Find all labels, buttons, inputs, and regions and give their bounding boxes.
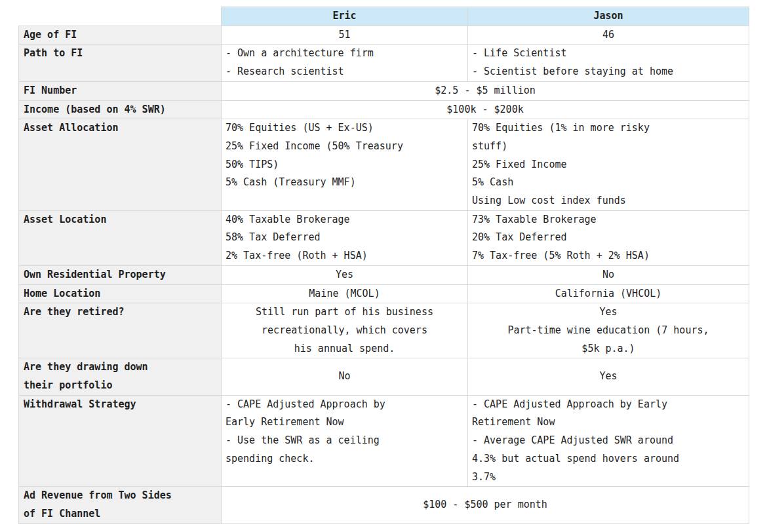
cell-line: Yes [472,368,745,386]
cell-line: spending check. [226,450,463,468]
row-label: Are they drawing downtheir portfolio [19,358,222,395]
cell-line: 4.3% but actual spend hovers around [472,450,745,468]
cell-line: - Own a architecture firm [226,45,463,63]
value-cell: Maine (MCOL) [222,284,468,303]
cell-line: 25% Fixed Income (50% Treasury [226,138,463,156]
cell-line: $100k - $200k [226,101,745,119]
row-label-line: Are they retired? [24,303,217,322]
value-cell: No [222,358,468,395]
cell-line: 3.7% [472,468,745,487]
cell-line: 40% Taxable Brokerage [226,211,463,229]
row-label-line: Asset Location [24,211,217,229]
cell-line: Yes [226,266,463,284]
cell-line: 2% Tax-free (Roth + HSA) [226,247,463,265]
row-label-line: Ad Revenue from Two Sides [24,487,217,505]
row-label: Asset Allocation [19,119,222,211]
cell-line: stuff) [472,138,745,156]
cell-line: $100 - $500 per month [226,496,745,514]
row-label: Income (based on 4% SWR) [19,100,222,119]
table-row: Withdrawal Strategy- CAPE Adjusted Appro… [19,395,749,487]
row-label-line: FI Number [24,82,217,100]
cell-line: 73% Taxable Brokerage [472,211,745,229]
cell-line: Retirement Now [472,413,745,432]
row-label-line: their portfolio [24,377,217,395]
value-cell: - Own a architecture firm- Research scie… [222,45,468,81]
table-body: Age of FI5146Path to FI- Own a architect… [19,26,749,523]
cell-line: 58% Tax Deferred [226,229,463,247]
row-label-line: Home Location [24,285,217,303]
table-row: Path to FI- Own a architecture firm- Res… [19,45,749,81]
row-label: Age of FI [19,26,222,45]
value-cell: 70% Equities (US + Ex-US)25% Fixed Incom… [222,119,468,211]
row-label: FI Number [19,81,222,100]
fi-comparison-table: Eric Jason Age of FI5146Path to FI- Own … [18,7,749,524]
header-cell-eric: Eric [222,7,468,26]
cell-line: Using Low cost index funds [472,192,745,210]
row-label: Ad Revenue from Two Sidesof FI Channel [19,487,222,523]
value-cell: Yes [468,358,749,395]
row-label: Path to FI [19,45,222,81]
cell-line: Part-time wine education (7 hours, [472,322,745,340]
value-cell: 73% Taxable Brokerage20% Tax Deferred7% … [468,210,749,265]
value-cell: YesPart-time wine education (7 hours,$5k… [468,303,749,358]
table-row: Asset Allocation70% Equities (US + Ex-US… [19,119,749,211]
table-row: Home LocationMaine (MCOL)California (VHC… [19,284,749,303]
cell-line: 7% Tax-free (5% Roth + 2% HSA) [472,247,745,265]
header-blank-cell [19,7,222,26]
row-label-line: Asset Allocation [24,119,217,138]
table-row: Ad Revenue from Two Sidesof FI Channel$1… [19,487,749,523]
cell-line: - Use the SWR as a ceiling [226,432,463,450]
cell-line: Maine (MCOL) [226,285,463,303]
row-label: Own Residential Property [19,265,222,284]
row-label-line: Withdrawal Strategy [24,396,217,414]
table-row: Asset Location40% Taxable Brokerage58% T… [19,210,749,265]
row-label: Withdrawal Strategy [19,395,222,487]
cell-line: California (VHCOL) [472,285,745,303]
table-row: Are they drawing downtheir portfolioNoYe… [19,358,749,395]
value-cell: 70% Equities (1% in more riskystuff)25% … [468,119,749,211]
value-cell: Still run part of his businessrecreation… [222,303,468,358]
cell-line: 25% Fixed Income [472,156,745,174]
row-label-line: Age of FI [24,26,217,45]
cell-line: $5k p.a.) [472,340,745,358]
row-label: Home Location [19,284,222,303]
table-row: Own Residential PropertyYesNo [19,265,749,284]
table-row: Age of FI5146 [19,26,749,45]
cell-line: Still run part of his business [226,303,463,322]
cell-line: 20% Tax Deferred [472,229,745,247]
cell-line: Yes [472,303,745,322]
cell-line: - Scientist before staying at home [472,63,745,81]
row-label-line: Income (based on 4% SWR) [24,101,217,119]
cell-line: - Average CAPE Adjusted SWR around [472,432,745,450]
cell-line: 5% Cash [472,174,745,192]
cell-line: - CAPE Adjusted Approach by [226,396,463,414]
cell-line: $2.5 - $5 million [226,82,745,100]
cell-line: - Life Scientist [472,45,745,63]
value-cell: 40% Taxable Brokerage58% Tax Deferred2% … [222,210,468,265]
row-label: Asset Location [19,210,222,265]
cell-line: recreationally, which covers [226,322,463,340]
cell-line: 70% Equities (1% in more risky [472,119,745,138]
row-label: Are they retired? [19,303,222,358]
cell-line: his annual spend. [226,340,463,358]
cell-line: - CAPE Adjusted Approach by Early [472,396,745,414]
cell-line: 50% TIPS) [226,156,463,174]
cell-line: 70% Equities (US + Ex-US) [226,119,463,138]
header-row: Eric Jason [19,7,749,26]
header-cell-jason: Jason [468,7,749,26]
value-cell: - CAPE Adjusted Approach byEarly Retirem… [222,395,468,487]
row-label-line: Path to FI [24,45,217,63]
row-label-line: of FI Channel [24,505,217,523]
value-cell: $100k - $200k [222,100,749,119]
cell-line: 5% Cash (Treasury MMF) [226,174,463,192]
value-cell: $2.5 - $5 million [222,81,749,100]
table-header: Eric Jason [19,7,749,26]
value-cell: - Life Scientist- Scientist before stayi… [468,45,749,81]
value-cell: - CAPE Adjusted Approach by EarlyRetirem… [468,395,749,487]
table-row: Income (based on 4% SWR)$100k - $200k [19,100,749,119]
value-cell: California (VHCOL) [468,284,749,303]
table-row: Are they retired?Still run part of his b… [19,303,749,358]
cell-line: No [226,368,463,386]
cell-line: 51 [226,26,463,45]
fi-comparison-table-wrap: Eric Jason Age of FI5146Path to FI- Own … [18,7,749,524]
